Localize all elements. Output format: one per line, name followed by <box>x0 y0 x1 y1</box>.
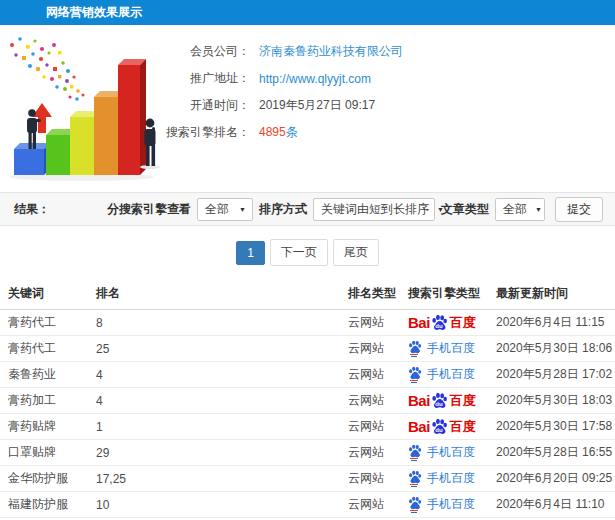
baidu-logo: Bai du 百度 <box>408 392 476 410</box>
chevron-down-icon: ▼ <box>535 206 542 213</box>
cell-engine: 手机百度 <box>400 362 488 388</box>
baidu-logo-bai-text: Bai <box>408 314 430 331</box>
baidu-logo: Bai du 百度 <box>408 314 476 332</box>
cell-engine: 手机百度 <box>400 336 488 362</box>
cell-rank[interactable]: 4 <box>88 388 340 414</box>
page-button-last[interactable]: 尾页 <box>333 239 379 266</box>
submit-button[interactable]: 提交 <box>555 197 603 222</box>
cell-keyword: 膏药贴牌 <box>0 414 88 440</box>
baidu-logo: Bai du 百度 <box>408 418 476 436</box>
mobile-baidu-paw-icon <box>408 444 422 461</box>
baidu-logo-cn-text: 百度 <box>450 418 476 436</box>
cell-rank[interactable]: 1 <box>88 414 340 440</box>
page-button-current[interactable]: 1 <box>236 241 265 265</box>
table-row: 秦鲁药业 4 云网站 手机百度 2020年5月28日 17:02 <box>0 362 615 388</box>
cell-keyword: 福建防护服 <box>0 492 88 518</box>
mobile-baidu-label: 手机百度 <box>427 340 475 357</box>
mobile-baidu-paw-icon <box>408 496 422 513</box>
engine-filter-label: 分搜索引擎查看 <box>107 201 191 218</box>
mobile-baidu-paw-icon <box>408 366 422 383</box>
mobile-baidu-label: 手机百度 <box>427 470 475 487</box>
table-row: 膏药代工 8 云网站 Bai du 百度 2020年6月4日 11:15 <box>0 310 615 336</box>
cell-rank[interactable]: 17,25 <box>88 466 340 492</box>
titlebar: 网络营销效果展示 <box>0 0 615 25</box>
filter-controls: 分搜索引擎查看 全部 ▼ 排序方式 关键词由短到长排序 ▼ 文章类型 全部 ▼ … <box>107 197 603 222</box>
mobile-baidu-badge: 手机百度 <box>408 444 475 461</box>
promo-url-link[interactable]: http://www.qlyyjt.com <box>259 72 371 86</box>
baidu-logo-du-text: du <box>435 427 442 433</box>
table-row: 福建防护服 10 云网站 手机百度 2020年6月4日 11:10 <box>0 492 615 518</box>
info-row-url: 推广地址： http://www.qlyyjt.com <box>150 65 615 92</box>
ranking-count-value: 4895条 <box>259 124 298 141</box>
cell-update-time: 2020年6月20日 09:25 <box>488 466 615 492</box>
cell-update-time: 2020年6月4日 11:10 <box>488 492 615 518</box>
cell-rank[interactable]: 8 <box>88 310 340 336</box>
mobile-baidu-paw-icon <box>408 340 422 357</box>
cell-keyword: 口罩贴牌 <box>0 440 88 466</box>
table-header-row: 关键词 排名 排名类型 搜索引擎类型 最新更新时间 <box>0 277 615 310</box>
pagination: 1 下一页 尾页 <box>0 226 615 277</box>
column-rank-type: 排名类型 <box>340 277 400 310</box>
table-row: 膏药加工 4 云网站 Bai du 百度 2020年5月30日 18:03 <box>0 388 615 414</box>
table-row: 膏药贴牌 1 云网站 Bai du 百度 2020年5月30日 17:58 <box>0 414 615 440</box>
info-section: 会员公司： 济南秦鲁药业科技有限公司 推广地址： http://www.qlyy… <box>0 25 615 192</box>
cell-keyword: 膏药代工 <box>0 336 88 362</box>
cell-rank-type: 云网站 <box>340 440 400 466</box>
mobile-baidu-badge: 手机百度 <box>408 366 475 383</box>
baidu-paw-icon: du <box>431 314 448 331</box>
cell-engine: Bai du 百度 <box>400 414 488 440</box>
result-label: 结果： <box>14 201 50 218</box>
baidu-logo-bai-text: Bai <box>408 392 430 409</box>
cell-rank[interactable]: 10 <box>88 492 340 518</box>
chevron-down-icon: ▼ <box>239 206 246 213</box>
cell-rank[interactable]: 4 <box>88 362 340 388</box>
mobile-baidu-badge: 手机百度 <box>408 340 475 357</box>
cell-rank-type: 云网站 <box>340 310 400 336</box>
cell-engine: 手机百度 <box>400 466 488 492</box>
mobile-baidu-label: 手机百度 <box>427 444 475 461</box>
results-table: 关键词 排名 排名类型 搜索引擎类型 最新更新时间 膏药代工 8 云网站 Bai… <box>0 277 615 520</box>
table-row: 金华防护服 17,25 云网站 手机百度 2020年6月20日 09:25 <box>0 466 615 492</box>
article-type-value: 全部 <box>503 201 527 218</box>
company-name-link[interactable]: 济南秦鲁药业科技有限公司 <box>259 43 403 60</box>
cell-rank-type: 云网站 <box>340 336 400 362</box>
cell-update-time: 2020年5月30日 18:06 <box>488 336 615 362</box>
article-type-select[interactable]: 全部 ▼ <box>495 198 545 221</box>
ranking-count-unit: 条 <box>286 125 298 139</box>
cell-engine: Bai du 百度 <box>400 388 488 414</box>
mobile-baidu-label: 手机百度 <box>427 496 475 513</box>
baidu-logo-du-text: du <box>435 401 442 407</box>
cell-rank-type: 云网站 <box>340 492 400 518</box>
sort-select[interactable]: 关键词由短到长排序 ▼ <box>313 198 435 221</box>
cell-update-time: 2020年5月28日 17:02 <box>488 362 615 388</box>
baidu-logo-du-text: du <box>435 323 442 329</box>
column-update-time: 最新更新时间 <box>488 277 615 310</box>
baidu-paw-icon: du <box>431 418 448 435</box>
page-button-next[interactable]: 下一页 <box>270 239 328 266</box>
engine-filter-select[interactable]: 全部 ▼ <box>197 198 253 221</box>
cell-keyword: 膏药代工 <box>0 310 88 336</box>
baidu-paw-icon: du <box>431 392 448 409</box>
cell-update-time: 2020年5月30日 18:03 <box>488 388 615 414</box>
growth-chart-clipart <box>2 31 167 183</box>
cell-rank[interactable]: 29 <box>88 440 340 466</box>
cell-engine: 手机百度 <box>400 440 488 466</box>
cell-keyword: 金华防护服 <box>0 466 88 492</box>
baidu-logo-cn-text: 百度 <box>450 392 476 410</box>
info-row-open-time: 开通时间： 2019年5月27日 09:17 <box>150 92 615 119</box>
sort-label: 排序方式 <box>259 201 307 218</box>
table-body: 膏药代工 8 云网站 Bai du 百度 2020年6月4日 11:15 膏药代… <box>0 310 615 520</box>
mobile-baidu-badge: 手机百度 <box>408 470 475 487</box>
baidu-logo-cn-text: 百度 <box>450 314 476 332</box>
info-row-company: 会员公司： 济南秦鲁药业科技有限公司 <box>150 38 615 65</box>
table-row: 膏药代工 25 云网站 手机百度 2020年5月30日 18:06 <box>0 336 615 362</box>
cell-update-time: 2020年6月4日 11:15 <box>488 310 615 336</box>
confetti-dots <box>10 37 85 101</box>
open-time-value: 2019年5月27日 09:17 <box>259 97 375 114</box>
mobile-baidu-paw-icon <box>408 470 422 487</box>
baidu-logo-bai-text: Bai <box>408 418 430 435</box>
cell-keyword: 秦鲁药业 <box>0 362 88 388</box>
cell-rank[interactable]: 25 <box>88 336 340 362</box>
engine-filter-value: 全部 <box>205 201 229 218</box>
cell-rank-type: 云网站 <box>340 466 400 492</box>
